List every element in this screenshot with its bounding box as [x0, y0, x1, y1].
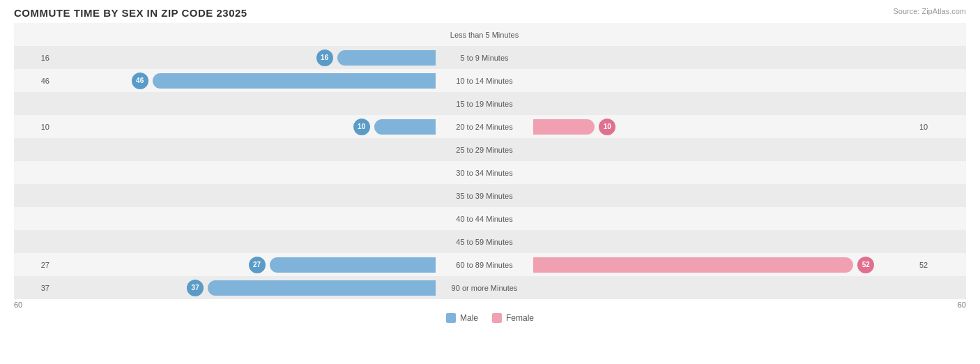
female-bar-container	[533, 73, 917, 89]
row-label: Less than 5 Minutes	[436, 31, 533, 39]
male-bar-container	[52, 27, 436, 43]
legend-female-box	[492, 313, 502, 323]
table-row: 373790 or more Minutes	[14, 276, 966, 299]
male-bar-container	[52, 142, 436, 158]
female-value: 52	[917, 261, 955, 269]
legend-female-label: Female	[506, 313, 534, 323]
source-label: Source: ZipAtlas.com	[893, 7, 966, 15]
table-row: 464610 to 14 Minutes	[14, 69, 966, 92]
male-bar: 10	[374, 119, 436, 135]
male-bar-value: 10	[353, 119, 370, 135]
table-row: 16165 to 9 Minutes	[14, 46, 966, 69]
row-label: 40 to 44 Minutes	[436, 215, 533, 223]
legend-male-box	[446, 313, 456, 323]
chart-rows: Less than 5 Minutes16165 to 9 Minutes464…	[14, 23, 966, 299]
axis-right: 60	[958, 301, 966, 309]
male-value: 46	[14, 77, 52, 85]
table-row: 25 to 29 Minutes	[14, 138, 966, 161]
male-bar-value: 16	[316, 50, 333, 66]
male-bar-value: 46	[132, 73, 148, 89]
male-bar: 27	[270, 257, 436, 273]
legend-male: Male	[446, 313, 478, 323]
row-label: 60 to 89 Minutes	[436, 261, 533, 269]
female-bar-container	[533, 165, 917, 181]
row-label: 30 to 34 Minutes	[436, 169, 533, 177]
male-bar-container: 27	[52, 257, 436, 273]
female-bar-container	[533, 27, 917, 43]
male-bar-value: 37	[187, 280, 204, 296]
male-bar-container: 46	[52, 73, 436, 89]
female-bar: 52	[533, 257, 853, 273]
chart-container: COMMUTE TIME BY SEX IN ZIP CODE 23025 So…	[0, 0, 980, 364]
row-label: 15 to 19 Minutes	[436, 100, 533, 108]
male-bar-container	[52, 234, 436, 250]
female-bar-container	[533, 96, 917, 112]
table-row: 101020 to 24 Minutes1010	[14, 115, 966, 138]
female-bar-container	[533, 50, 917, 66]
female-value: 10	[917, 123, 955, 131]
male-bar-container	[52, 96, 436, 112]
female-bar-container: 52	[533, 257, 917, 273]
table-row: 40 to 44 Minutes	[14, 207, 966, 230]
axis-left: 60	[14, 301, 22, 309]
male-bar-value: 27	[249, 257, 266, 273]
male-bar-container: 16	[52, 50, 436, 66]
table-row: 45 to 59 Minutes	[14, 230, 966, 253]
male-bar-container: 10	[52, 119, 436, 135]
row-label: 25 to 29 Minutes	[436, 146, 533, 154]
male-bar-container	[52, 165, 436, 181]
table-row: 15 to 19 Minutes	[14, 92, 966, 115]
male-value: 37	[14, 284, 52, 292]
female-bar-value: 52	[857, 257, 874, 273]
table-row: 35 to 39 Minutes	[14, 184, 966, 207]
table-row: 30 to 34 Minutes	[14, 161, 966, 184]
row-label: 5 to 9 Minutes	[436, 54, 533, 62]
female-bar-value: 10	[599, 119, 615, 135]
legend-male-label: Male	[460, 313, 478, 323]
female-bar-container	[533, 280, 917, 296]
row-label: 35 to 39 Minutes	[436, 192, 533, 200]
male-value: 27	[14, 261, 52, 269]
table-row: 272760 to 89 Minutes5252	[14, 253, 966, 276]
female-bar-container	[533, 211, 917, 227]
female-bar-container	[533, 188, 917, 204]
male-bar-container	[52, 211, 436, 227]
male-bar: 16	[337, 50, 436, 66]
male-bar: 37	[208, 280, 436, 296]
female-bar-container	[533, 234, 917, 250]
female-bar-container	[533, 142, 917, 158]
male-value: 16	[14, 54, 52, 62]
axis-labels: 60 60	[14, 301, 966, 309]
legend: Male Female	[14, 313, 966, 323]
female-bar-container: 10	[533, 119, 917, 135]
male-value: 10	[14, 123, 52, 131]
row-label: 20 to 24 Minutes	[436, 123, 533, 131]
row-label: 45 to 59 Minutes	[436, 238, 533, 246]
chart-title: COMMUTE TIME BY SEX IN ZIP CODE 23025	[14, 7, 966, 19]
legend-female: Female	[492, 313, 534, 323]
table-row: Less than 5 Minutes	[14, 23, 966, 46]
male-bar-container	[52, 188, 436, 204]
row-label: 10 to 14 Minutes	[436, 77, 533, 85]
female-bar: 10	[533, 119, 595, 135]
row-label: 90 or more Minutes	[436, 284, 533, 292]
male-bar-container: 37	[52, 280, 436, 296]
male-bar: 46	[153, 73, 436, 89]
